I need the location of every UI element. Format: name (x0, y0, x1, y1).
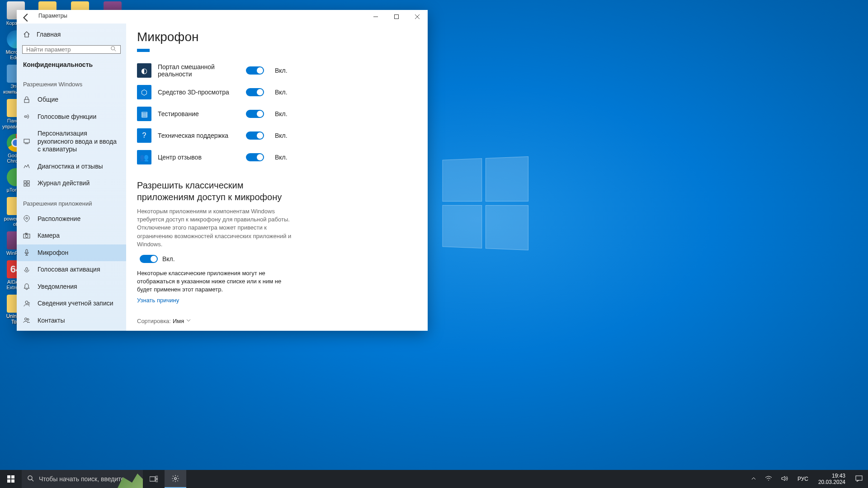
volume-icon[interactable] (779, 475, 790, 483)
voiceact-icon (23, 266, 30, 273)
svg-rect-36 (156, 476, 158, 479)
classic-toggle[interactable] (140, 255, 158, 263)
sidebar-item-label: Голосовая активация (38, 266, 100, 274)
settings-content: Микрофон ◐Портал смешанной реальностиВкл… (126, 23, 428, 331)
windows-logo-wallpaper (442, 156, 528, 250)
sidebar-item-calendar[interactable]: Календарь (17, 329, 126, 331)
svg-rect-6 (24, 99, 29, 103)
diag-icon (23, 163, 30, 170)
svg-rect-12 (24, 184, 26, 186)
svg-rect-31 (7, 479, 10, 483)
classic-app-row: Хост-процесс Windows (Rundll32) Последни… (137, 331, 417, 331)
taskbar-date: 20.03.2024 (818, 479, 845, 485)
search-icon (27, 475, 34, 483)
chevron-down-icon (186, 318, 191, 324)
svg-rect-32 (11, 479, 14, 483)
account-icon (23, 300, 30, 307)
start-button[interactable] (0, 470, 22, 488)
settings-sidebar: Главная Конфиденциальность Разрешения Wi… (17, 23, 126, 331)
sort-value: Имя (173, 318, 184, 324)
app-icon: ◐ (137, 63, 151, 78)
sidebar-item-ink[interactable]: Персонализация рукописного ввода и ввода… (17, 125, 126, 158)
app-toggle[interactable] (246, 66, 264, 75)
search-icon (110, 46, 117, 53)
app-name: Тестирование (158, 110, 237, 117)
learn-more-link[interactable]: Узнать причину (137, 297, 179, 304)
svg-point-38 (175, 478, 177, 480)
sidebar-item-account[interactable]: Сведения учетной записи (17, 295, 126, 312)
classic-toggle-label: Вкл. (162, 255, 175, 263)
taskview-button[interactable] (143, 470, 165, 488)
sidebar-item-lock[interactable]: Общие (17, 91, 126, 108)
svg-rect-11 (27, 181, 29, 183)
sidebar-item-label: Общие (38, 96, 58, 104)
app-icon: 👥 (137, 150, 151, 164)
history-icon (23, 180, 30, 187)
sidebar-search[interactable] (22, 45, 121, 54)
svg-rect-13 (27, 184, 29, 186)
ink-icon (23, 138, 30, 145)
back-button[interactable] (21, 13, 31, 23)
app-toggle-label: Вкл. (275, 89, 288, 96)
app-name: Центр отзывов (158, 154, 237, 161)
svg-point-7 (24, 116, 26, 117)
sidebar-item-label: Голосовые функции (38, 113, 96, 121)
sidebar-item-label: Журнал действий (38, 179, 90, 188)
taskbar-settings-button[interactable] (165, 470, 186, 488)
search-input[interactable] (26, 46, 110, 53)
sidebar-item-notify[interactable]: Уведомления (17, 278, 126, 296)
close-button[interactable] (407, 10, 428, 23)
app-toggle[interactable] (246, 153, 264, 161)
app-row: ⬡Средство 3D-просмотраВкл. (137, 82, 417, 103)
svg-point-24 (27, 319, 29, 320)
minimize-button[interactable] (365, 10, 386, 23)
app-toggle[interactable] (246, 88, 264, 96)
app-toggle[interactable] (246, 110, 264, 118)
sidebar-home[interactable]: Главная (17, 26, 126, 42)
sidebar-item-label: Микрофон (38, 249, 68, 257)
maximize-button[interactable] (386, 10, 407, 23)
wifi-icon[interactable] (763, 476, 774, 483)
svg-point-16 (25, 235, 28, 237)
app-name: Средство 3D-просмотра (158, 89, 237, 96)
sidebar-item-voiceact[interactable]: Голосовая активация (17, 261, 126, 278)
classic-app-icon (142, 331, 156, 331)
sidebar-item-voice[interactable]: Голосовые функции (17, 108, 126, 126)
taskbar-time: 19:43 (818, 473, 845, 479)
language-indicator[interactable]: РУС (796, 476, 810, 482)
app-icon: ⬡ (137, 85, 151, 99)
sidebar-item-camera[interactable]: Камера (17, 227, 126, 244)
svg-rect-19 (26, 267, 28, 271)
svg-line-34 (32, 479, 33, 481)
app-icon: ? (137, 128, 151, 143)
sidebar-item-diag[interactable]: Диагностика и отзывы (17, 158, 126, 175)
taskbar-clock[interactable]: 19:43 20.03.2024 (816, 473, 848, 486)
sidebar-item-label: Уведомления (38, 283, 77, 291)
app-row: 👥Центр отзывовВкл. (137, 147, 417, 168)
sidebar-item-label: Камера (38, 232, 60, 240)
sidebar-item-history[interactable]: Журнал действий (17, 175, 126, 192)
taskbar-search-placeholder: Чтобы начать поиск, введите (39, 475, 124, 483)
sidebar-item-mic[interactable]: Микрофон (17, 244, 126, 262)
contacts-icon (23, 317, 30, 324)
app-toggle-label: Вкл. (275, 110, 288, 117)
svg-rect-30 (11, 475, 14, 479)
notifications-icon[interactable] (854, 475, 864, 483)
svg-line-5 (114, 50, 116, 52)
sidebar-item-contacts[interactable]: Контакты (17, 312, 126, 329)
system-tray: РУС 19:43 20.03.2024 (750, 473, 868, 486)
mic-icon (23, 249, 30, 256)
classic-app-name: Хост-процесс Windows (Rundll32) (161, 331, 269, 331)
taskbar: Чтобы начать поиск, введите РУС 19:43 20… (0, 470, 868, 488)
sidebar-item-location[interactable]: Расположение (17, 211, 126, 228)
sort-row[interactable]: Сортировка: Имя (137, 318, 417, 324)
location-icon (23, 215, 30, 222)
svg-rect-18 (26, 249, 28, 253)
settings-window: Параметры Главная Конфиденциальность Раз… (17, 10, 428, 331)
svg-rect-17 (25, 233, 27, 234)
window-title: Параметры (38, 13, 67, 19)
tray-overflow-icon[interactable] (750, 476, 758, 482)
taskbar-search[interactable]: Чтобы начать поиск, введите (22, 470, 143, 488)
app-toggle[interactable] (246, 131, 264, 140)
sidebar-item-label: Контакты (38, 317, 65, 325)
